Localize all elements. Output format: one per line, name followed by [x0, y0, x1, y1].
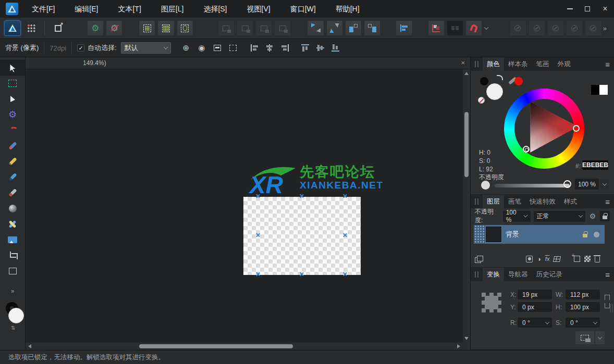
menu-edit[interactable]: 编辑[E] — [66, 0, 106, 18]
point-transform-tool[interactable]: ⚙ — [0, 107, 25, 122]
shape-tool[interactable] — [0, 263, 25, 279]
document-tab[interactable]: 149.4%) — [83, 59, 106, 67]
x-field[interactable]: 19 px — [518, 290, 552, 299]
no-stroke-swatch[interactable] — [478, 97, 485, 104]
menu-select[interactable]: 选择[S] — [195, 0, 235, 18]
selection-handle[interactable] — [299, 272, 304, 277]
edit-all-layers-button[interactable] — [210, 41, 225, 55]
panel-grip-icon[interactable] — [475, 61, 478, 67]
place-image-tool[interactable] — [0, 232, 25, 247]
selection-handle[interactable] — [255, 233, 260, 237]
panel-grip-icon[interactable] — [475, 198, 478, 205]
node-tool[interactable] — [0, 91, 25, 107]
cycle-selection-box-button[interactable]: ◉ — [194, 41, 210, 55]
h-field[interactable]: 100 px — [566, 302, 600, 312]
selection-handle[interactable] — [299, 194, 304, 198]
y-field[interactable]: 0 px — [518, 302, 552, 312]
snapping-options-dropdown[interactable] — [482, 20, 489, 36]
triangle-marker[interactable] — [523, 146, 530, 153]
pixel-persona-button[interactable] — [23, 20, 40, 36]
minimize-button[interactable] — [561, 0, 579, 18]
transform-mode-button[interactable] — [575, 331, 594, 344]
tab-stroke[interactable]: 笔画 — [532, 57, 554, 71]
panel-grip-icon[interactable] — [475, 271, 478, 278]
crop-tool[interactable] — [0, 247, 25, 263]
edit-all-layers-icon[interactable] — [475, 256, 482, 262]
opacity-value-field[interactable]: 100 % — [575, 179, 599, 190]
disabled-tool-button-4[interactable] — [566, 20, 583, 36]
move-by-whole-pixels-button[interactable] — [428, 20, 445, 36]
layers-opacity-dropdown[interactable]: 100 % — [503, 211, 531, 222]
marquee-dots-button[interactable] — [139, 20, 155, 36]
rotation-field[interactable]: 0 ° — [518, 318, 552, 328]
vertical-scrollbar[interactable] — [463, 69, 470, 343]
insert-disabled-button-2[interactable] — [237, 20, 253, 36]
fill-swatch[interactable] — [8, 308, 24, 323]
marquee-dense-button[interactable] — [157, 20, 174, 36]
disabled-tool-button-5[interactable] — [585, 20, 601, 36]
swap-colors-icon[interactable]: ⇅ — [11, 325, 15, 331]
align-center-h-button[interactable] — [266, 44, 274, 52]
menu-window[interactable]: 窗口[W] — [282, 0, 324, 18]
tab-layers[interactable]: 图层 — [483, 195, 504, 208]
fill-color-circle[interactable] — [486, 83, 503, 100]
w-field[interactable]: 112 px — [566, 290, 600, 299]
opacity-dropdown-button[interactable] — [600, 179, 609, 190]
menu-layer[interactable]: 图层[L] — [153, 0, 192, 18]
layer-visibility-toggle[interactable] — [594, 232, 599, 237]
panel-resize-grip[interactable] — [610, 304, 613, 312]
black-white-swatch[interactable] — [591, 85, 608, 95]
snapping-off-button[interactable]: ⚙ — [106, 20, 122, 36]
scroll-down-icon[interactable] — [464, 337, 469, 340]
menu-view[interactable]: 视图[V] — [239, 0, 279, 18]
alignment-button[interactable] — [396, 20, 412, 36]
blend-mode-dropdown[interactable]: 正常 — [534, 211, 585, 222]
more-tools-button[interactable]: » — [0, 287, 25, 295]
opacity-slider-track[interactable] — [495, 184, 570, 187]
transform-mode-dropdown[interactable] — [595, 331, 605, 344]
document-close-icon[interactable]: × — [461, 59, 465, 67]
menu-help[interactable]: 帮助[H] — [327, 0, 368, 18]
pencil-tool[interactable] — [0, 154, 25, 169]
opacity-min-swatch[interactable] — [481, 181, 490, 190]
force-pixel-alignment-toggle[interactable] — [447, 20, 463, 36]
selection-handle[interactable] — [342, 194, 347, 198]
blend-options-gear-icon[interactable]: ⚙ — [590, 212, 596, 220]
flip-horizontal-button[interactable] — [307, 20, 324, 36]
picked-color-swatch[interactable] — [514, 77, 523, 85]
hue-marker[interactable] — [573, 125, 580, 132]
disabled-tool-button-2[interactable] — [529, 20, 545, 36]
horizontal-scrollbar[interactable] — [26, 343, 463, 350]
panel-menu-icon[interactable]: ≡ — [605, 60, 610, 69]
auto-select-checkbox[interactable] — [77, 44, 84, 52]
adjustment-layer-icon[interactable]: ◑ — [537, 255, 541, 263]
layer-thumbnail[interactable] — [486, 227, 501, 242]
panel-menu-icon[interactable]: ≡ — [605, 197, 610, 206]
marquee-object-button[interactable] — [177, 20, 193, 36]
tab-navigator[interactable]: 导航器 — [504, 268, 532, 281]
layer-locked-icon[interactable] — [583, 234, 587, 237]
maximize-button[interactable] — [579, 0, 596, 18]
insert-disabled-button-1[interactable] — [218, 20, 235, 36]
snapping-magnet-button[interactable] — [465, 20, 482, 36]
link-dimensions-icon[interactable] — [605, 295, 610, 308]
scroll-up-icon[interactable] — [464, 72, 469, 75]
tab-transform[interactable]: 变换 — [483, 268, 504, 281]
hex-value-field[interactable]: EBEBEB — [582, 160, 608, 170]
new-pixel-layer-icon[interactable] — [584, 256, 591, 262]
align-middle-v-button[interactable] — [316, 44, 324, 52]
panel-menu-icon[interactable]: ≡ — [605, 270, 610, 279]
tab-swatches[interactable]: 样本条 — [504, 57, 532, 71]
tab-color[interactable]: 颜色 — [483, 57, 504, 71]
tab-styles[interactable]: 样式 — [560, 195, 581, 208]
rotate-cw-button[interactable] — [364, 20, 380, 36]
vertical-scroll-thumb[interactable] — [464, 112, 469, 177]
toolbar-overflow-button[interactable]: » — [603, 24, 611, 32]
move-tool[interactable] — [0, 60, 25, 76]
align-left-button[interactable] — [251, 44, 259, 52]
scroll-left-icon[interactable] — [28, 344, 31, 348]
horizontal-scroll-thumb[interactable] — [139, 344, 293, 348]
align-top-button[interactable] — [301, 44, 309, 52]
selection-handle[interactable] — [342, 272, 347, 277]
scroll-right-icon[interactable] — [457, 344, 460, 348]
